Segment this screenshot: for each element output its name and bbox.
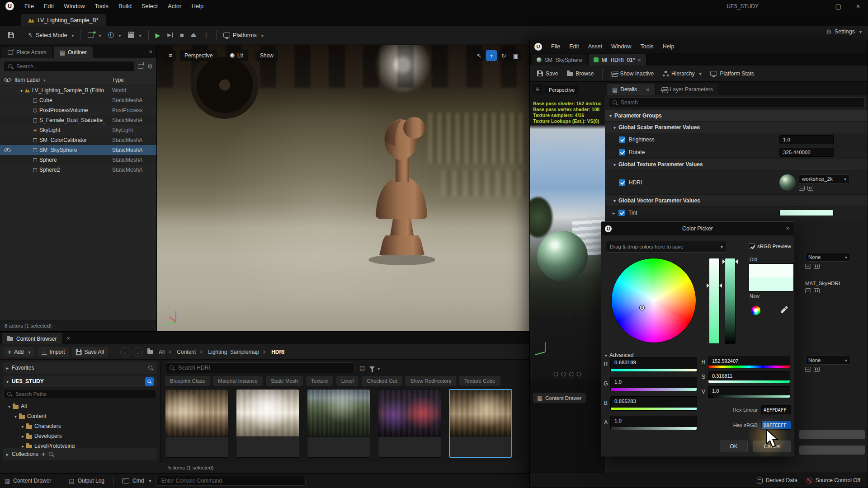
v-channel-slider[interactable]: 1.0 — [708, 386, 790, 398]
menu-tools[interactable]: Tools — [90, 0, 113, 12]
browse-asset-icon[interactable] — [807, 186, 813, 191]
section-global-scalar[interactable]: Global Scalar Parameter Values — [605, 122, 868, 133]
filter-texture-cube[interactable]: Texture Cube — [459, 376, 500, 386]
dialog-title-bar[interactable]: U Color Picker — [601, 222, 794, 235]
hex-linear-input[interactable] — [761, 405, 791, 414]
material-preview-viewport[interactable]: Perspective Base pass shader: 152 instru… — [530, 82, 605, 380]
breadcrumb-hdri[interactable]: HDRI — [270, 348, 285, 356]
restore-button[interactable]: ▢ — [828, 0, 848, 12]
save-level-button[interactable] — [5, 30, 18, 40]
filter-checked-out[interactable]: Checked Out — [362, 376, 402, 386]
asset-search-input[interactable] — [178, 365, 351, 371]
texture-thumbnail[interactable] — [779, 174, 796, 191]
path-search-input[interactable] — [15, 391, 153, 397]
color-wheel[interactable] — [611, 258, 696, 343]
shape-cylinder-button[interactable] — [554, 372, 558, 376]
project-root-section[interactable]: UE5_STUDY — [3, 375, 157, 387]
outliner-row-sphere[interactable]: Sphere StaticMeshA — [0, 155, 156, 165]
close-dialog-icon[interactable] — [786, 225, 789, 232]
tab-skysphere[interactable]: SM_SkySphere — [532, 54, 587, 66]
browse-asset-icon[interactable] — [814, 288, 820, 293]
menu-edit[interactable]: Edit — [565, 40, 584, 53]
details-search-input[interactable] — [621, 99, 861, 106]
output-log-button[interactable]: Output Log — [69, 478, 104, 484]
outliner-row-statuette[interactable]: S_Female_Bust_Statuette_ StaticMeshA — [0, 115, 156, 125]
shape-cube-button[interactable] — [577, 372, 581, 376]
curve-icon[interactable] — [805, 367, 811, 372]
override-checkbox[interactable] — [619, 179, 625, 186]
section-global-texture[interactable]: Global Texture Parameter Values — [605, 159, 868, 170]
content-drawer-button[interactable]: Content Drawer — [533, 393, 586, 403]
filter-level[interactable]: Level — [336, 376, 359, 386]
column-item-label[interactable]: Item Label — [14, 77, 112, 83]
asset-search-box[interactable] — [165, 362, 355, 373]
tab-level[interactable]: LV_Lighting_Sample_B* — [21, 14, 106, 26]
stop-button[interactable] — [176, 30, 188, 40]
tab-outliner[interactable]: Outliner — [54, 47, 93, 58]
scale-tool-button[interactable]: ▣ — [510, 50, 521, 61]
curve-icon[interactable] — [805, 288, 811, 293]
breadcrumb-samplemap[interactable]: Lighting_Samplemap — [207, 348, 270, 356]
save-asset-button[interactable]: Save — [533, 69, 561, 79]
import-button[interactable]: Import — [38, 347, 69, 357]
close-tab-icon[interactable] — [637, 56, 641, 63]
filter-static-mesh[interactable]: Static Mesh — [266, 376, 303, 386]
outliner-row-level[interactable]: LV_Lighting_Sample_B (Edito World — [0, 85, 156, 95]
details-search-box[interactable] — [608, 97, 865, 108]
texture-none-dropdown[interactable]: None — [805, 356, 850, 365]
curve-icon[interactable] — [805, 264, 811, 269]
add-button[interactable]: + Add — [4, 347, 35, 357]
s-channel-slider[interactable]: 0.316811 — [708, 371, 790, 383]
color-wheel-cursor[interactable] — [640, 305, 644, 310]
outliner-row-skysphere[interactable]: SM_SkySphere StaticMeshA — [0, 145, 156, 155]
rotate-value-input[interactable] — [779, 148, 834, 157]
menu-window[interactable]: Window — [59, 0, 90, 12]
add-content-button[interactable] — [84, 30, 104, 41]
tree-item-developers[interactable]: Developers — [3, 431, 157, 441]
covered-row-widget[interactable] — [799, 446, 865, 455]
outliner-settings-icon[interactable] — [147, 63, 153, 70]
menu-file[interactable]: File — [19, 0, 39, 12]
a-channel-slider[interactable]: 1.0 — [610, 416, 697, 430]
menu-file[interactable]: File — [547, 40, 565, 53]
level-viewport[interactable]: Perspective Lit Show ↖ + ↻ ▣ — [157, 45, 529, 331]
menu-help[interactable]: Help — [658, 40, 679, 53]
close-button[interactable]: × — [848, 0, 868, 12]
blueprints-button[interactable] — [104, 30, 124, 41]
override-checkbox[interactable] — [618, 210, 625, 216]
saturation-slider[interactable] — [709, 258, 720, 344]
r-channel-slider[interactable]: 0.683189 — [610, 357, 697, 372]
view-options-icon[interactable] — [359, 365, 365, 371]
menu-actor[interactable]: Actor — [163, 0, 186, 12]
folder-icon[interactable] — [147, 350, 153, 354]
outliner-search-input[interactable] — [16, 63, 130, 70]
tree-item-characters[interactable]: Characters — [3, 421, 157, 431]
select-tool-button[interactable]: ↖ — [474, 50, 485, 61]
viewport-show-button[interactable]: Show — [255, 50, 278, 61]
play-button[interactable] — [152, 29, 164, 41]
minimize-button[interactable]: – — [808, 0, 828, 12]
covered-row-widget[interactable] — [799, 430, 865, 439]
outliner-row-sphere2[interactable]: Sphere2 StaticMeshA — [0, 165, 156, 175]
filter-show-redirectors[interactable]: Show Redirectors — [405, 376, 456, 386]
source-control-button[interactable]: Source Control Off — [807, 477, 860, 483]
platforms-dropdown[interactable]: Platforms — [220, 30, 267, 41]
path-search-box[interactable] — [3, 389, 157, 399]
shape-sphere-button[interactable] — [561, 372, 566, 376]
filter-button[interactable] — [369, 365, 380, 371]
h-channel-slider[interactable]: 152.592407 — [708, 357, 790, 368]
breadcrumb-all[interactable]: All — [158, 348, 176, 356]
browse-asset-icon[interactable] — [814, 367, 820, 372]
rotate-tool-button[interactable]: ↻ — [498, 50, 509, 61]
ok-button[interactable]: OK — [720, 441, 748, 452]
tint-color-swatch[interactable] — [779, 210, 834, 216]
breadcrumb-content[interactable]: Content — [176, 348, 207, 356]
menu-tools[interactable]: Tools — [636, 40, 658, 53]
search-icon[interactable] — [148, 365, 154, 371]
tab-place-actors[interactable]: Place Actors — [1, 47, 52, 58]
console-command-input[interactable] — [156, 476, 306, 486]
asset-thumbnail-selected[interactable] — [449, 389, 512, 458]
hex-srgb-input[interactable] — [761, 421, 791, 430]
section-global-vector[interactable]: Global Vector Parameter Values — [605, 195, 868, 206]
filter-texture[interactable]: Texture — [306, 376, 333, 386]
